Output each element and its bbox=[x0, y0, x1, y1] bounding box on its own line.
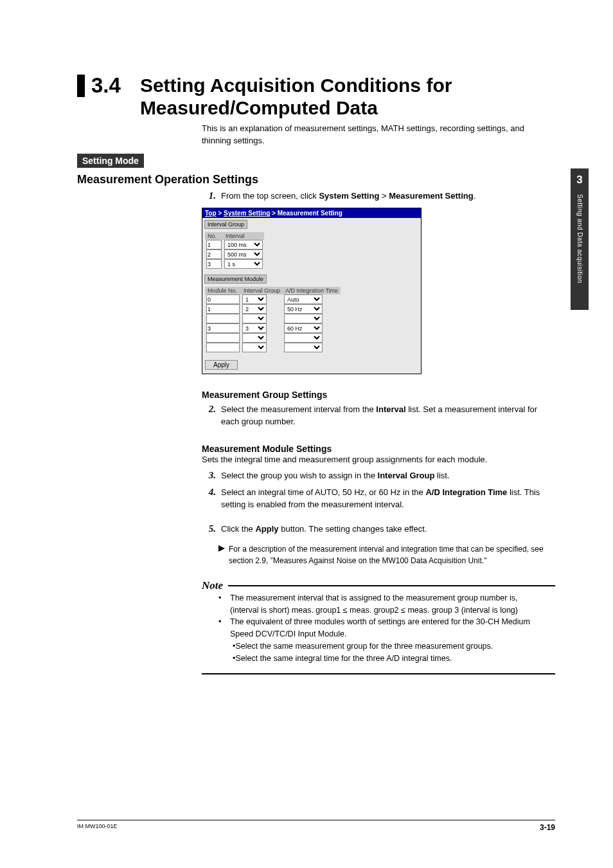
step-text: Select an integral time of AUTO, 50 Hz, … bbox=[221, 487, 555, 511]
footer-page-number: 3-19 bbox=[540, 823, 555, 832]
interval-group-table: No. Interval 100 ms 500 ms 1 s bbox=[205, 232, 264, 269]
measurement-module-table: Module No. Interval Group A/D Integratio… bbox=[205, 287, 341, 352]
list-item: • The equivalent of three modules worth … bbox=[218, 616, 555, 640]
cross-reference-text: For a description of the measurement int… bbox=[229, 544, 555, 566]
module-no-field[interactable] bbox=[206, 314, 240, 323]
note-bottom-rule bbox=[202, 673, 555, 674]
svg-marker-0 bbox=[218, 545, 225, 552]
chapter-label: Setting and Data acquisition bbox=[576, 194, 583, 284]
ad-integration-select[interactable] bbox=[284, 343, 323, 352]
table-row: 500 ms bbox=[205, 249, 264, 259]
ad-integration-select[interactable] bbox=[284, 314, 323, 323]
table-row bbox=[205, 314, 341, 323]
no-field[interactable] bbox=[206, 240, 222, 249]
interval-group-select[interactable]: 2 bbox=[242, 304, 267, 314]
note-rule-line bbox=[228, 585, 555, 586]
table-row: 1 Auto bbox=[205, 294, 341, 304]
col-interval-group: Interval Group bbox=[241, 287, 283, 294]
step-3: 3. Select the group you wish to assign i… bbox=[202, 469, 555, 483]
step-text: Click the Apply button. The setting chan… bbox=[221, 523, 427, 536]
cross-reference-note: For a description of the measurement int… bbox=[218, 544, 555, 566]
chapter-number: 3 bbox=[571, 168, 589, 186]
table-row: 3 60 Hz bbox=[205, 323, 341, 333]
list-item: • The measurement interval that is assig… bbox=[218, 592, 555, 617]
step-number: 5. bbox=[202, 522, 216, 536]
interval-group-select[interactable] bbox=[242, 343, 267, 352]
section-title: Setting Acquisition Conditions for Measu… bbox=[140, 75, 555, 119]
interval-group-panel-header: Interval Group bbox=[204, 220, 247, 229]
col-interval: Interval bbox=[223, 232, 264, 240]
footer-doc-id: IM MW100-01E bbox=[77, 823, 118, 832]
ad-integration-select[interactable]: 50 Hz bbox=[284, 304, 323, 314]
step-number: 4. bbox=[202, 485, 216, 500]
step-text: From the top screen, click System Settin… bbox=[221, 190, 475, 203]
interval-select[interactable]: 100 ms bbox=[224, 240, 263, 249]
interval-group-select[interactable] bbox=[242, 333, 267, 343]
measurement-operation-heading: Measurement Operation Settings bbox=[77, 173, 555, 186]
note-heading: Note bbox=[202, 579, 555, 592]
ad-integration-select[interactable] bbox=[284, 333, 323, 343]
ad-integration-select[interactable]: Auto bbox=[284, 294, 323, 304]
breadcrumb: Top > System Setting > Measurement Setti… bbox=[202, 208, 421, 218]
step-number: 3. bbox=[202, 469, 216, 483]
interval-group-select[interactable]: 3 bbox=[242, 323, 267, 333]
step-number: 2. bbox=[202, 402, 216, 417]
step-2: 2. Select the measurement interval from … bbox=[202, 402, 555, 428]
section-number: 3.4 bbox=[77, 75, 121, 97]
table-row: 100 ms bbox=[205, 240, 264, 249]
apply-button[interactable]: Apply bbox=[205, 360, 238, 370]
module-no-field[interactable] bbox=[206, 294, 240, 304]
no-field[interactable] bbox=[206, 249, 222, 259]
step-1: 1. From the top screen, click System Set… bbox=[202, 189, 555, 203]
step-5: 5. Click the Apply button. The setting c… bbox=[202, 522, 555, 536]
module-no-field[interactable] bbox=[206, 323, 240, 333]
col-ad-integration: A/D Integration Time bbox=[283, 287, 341, 294]
ad-integration-select[interactable]: 60 Hz bbox=[284, 323, 323, 333]
module-no-field[interactable] bbox=[206, 333, 240, 343]
page-footer: IM MW100-01E 3-19 bbox=[77, 820, 555, 832]
intro-paragraph: This is an explanation of measurement se… bbox=[202, 123, 555, 147]
table-row bbox=[205, 343, 341, 352]
interval-select[interactable]: 1 s bbox=[224, 259, 263, 269]
step-text: Select the measurement interval from the… bbox=[221, 404, 555, 428]
no-field[interactable] bbox=[206, 259, 222, 269]
step-number: 1. bbox=[202, 189, 216, 203]
module-no-field[interactable] bbox=[206, 343, 240, 352]
table-row bbox=[205, 333, 341, 343]
col-module-no: Module No. bbox=[205, 287, 241, 294]
setting-mode-badge: Setting Mode bbox=[77, 154, 144, 168]
note-body: • The measurement interval that is assig… bbox=[218, 592, 555, 671]
col-no: No. bbox=[205, 232, 223, 240]
page-heading: 3.4 Setting Acquisition Conditions for M… bbox=[77, 75, 555, 119]
module-no-field[interactable] bbox=[206, 304, 240, 314]
chapter-side-tab: 3 Setting and Data acquisition bbox=[571, 168, 589, 310]
measurement-group-settings-heading: Measurement Group Settings bbox=[202, 390, 555, 400]
list-item: • Select the same integral time for the … bbox=[233, 653, 555, 665]
table-row: 2 50 Hz bbox=[205, 304, 341, 314]
step-4: 4. Select an integral time of AUTO, 50 H… bbox=[202, 485, 555, 511]
module-settings-desc: Sets the integral time and measurement g… bbox=[202, 454, 555, 466]
table-row: 1 s bbox=[205, 259, 264, 269]
triangle-bullet-icon bbox=[218, 545, 225, 552]
settings-screenshot: Top > System Setting > Measurement Setti… bbox=[202, 208, 422, 374]
list-item: • Select the same measurement group for … bbox=[233, 640, 555, 653]
interval-group-select[interactable]: 1 bbox=[242, 294, 267, 304]
step-text: Select the group you wish to assign in t… bbox=[221, 470, 450, 482]
interval-select[interactable]: 500 ms bbox=[224, 249, 263, 259]
interval-group-select[interactable] bbox=[242, 314, 267, 323]
measurement-module-settings-heading: Measurement Module Settings bbox=[202, 444, 555, 454]
measurement-module-panel-header: Measurement Module bbox=[204, 275, 267, 284]
